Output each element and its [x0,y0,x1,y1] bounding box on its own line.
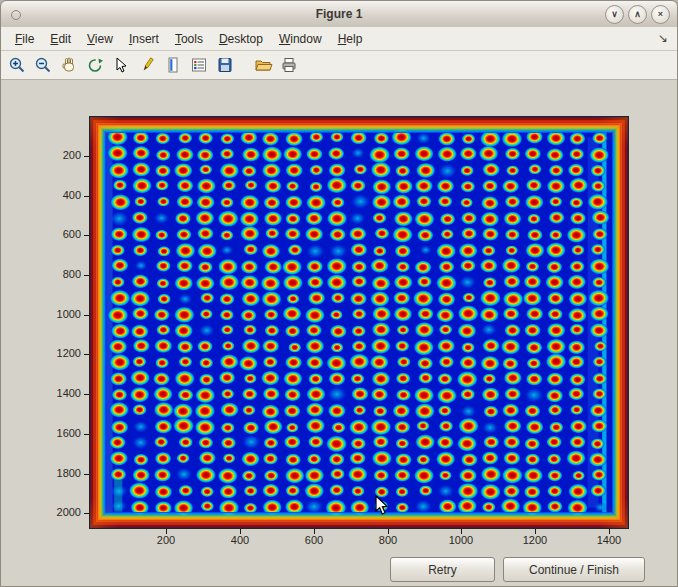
open-button[interactable] [251,53,275,77]
y-tick [84,315,89,316]
continue-finish-button[interactable]: Continue / Finish [503,557,645,582]
y-tick [84,513,89,514]
window-title: Figure 1 [1,7,677,21]
menu-tools[interactable]: Tools [167,29,211,49]
y-tick-label: 1600 [37,427,81,440]
menu-help-label: Help [338,32,363,46]
data-cursor-icon [111,55,131,75]
y-tick-label: 2000 [37,506,81,519]
y-tick [84,275,89,276]
data-cursor-button[interactable] [109,53,133,77]
y-tick-label: 600 [37,228,81,241]
menu-insert-label: Insert [129,32,159,46]
insert-legend-icon [189,55,209,75]
x-tick-label: 600 [289,534,339,546]
y-tick [84,394,89,395]
y-tick-label: 1400 [37,387,81,400]
titlebar[interactable]: Figure 1 ∨ ∧ × [1,1,677,28]
plot-canvas[interactable] [90,117,628,528]
maximize-icon: ∧ [634,10,641,19]
save-button[interactable] [213,53,237,77]
y-tick-label: 400 [37,189,81,202]
y-tick-label: 800 [37,268,81,281]
close-icon: × [658,10,663,19]
rotate-3d-button[interactable] [83,53,107,77]
menu-file-label: File [15,32,34,46]
figure-toolbar [1,51,677,80]
x-tick-label: 200 [141,534,191,546]
print-button[interactable] [277,53,301,77]
x-tick-label: 400 [215,534,265,546]
shade-button[interactable]: ∨ [605,5,624,24]
shade-icon: ∨ [611,10,618,19]
print-icon [279,55,299,75]
dock-figure-icon[interactable]: ↘ [658,31,668,45]
menu-tools-label: Tools [175,32,203,46]
menu-edit[interactable]: Edit [42,29,79,49]
retry-button[interactable]: Retry [390,557,495,582]
insert-colorbar-icon [163,55,183,75]
y-tick-label: 1200 [37,347,81,360]
rotate-3d-icon [85,55,105,75]
zoom-in-icon [7,55,27,75]
x-tick-label: 1400 [584,534,634,546]
brush-button[interactable] [135,53,159,77]
pan-button[interactable] [57,53,81,77]
pan-icon [59,55,79,75]
y-tick [84,196,89,197]
menu-desktop-label: Desktop [219,32,263,46]
menu-view-label: View [87,32,113,46]
y-tick [84,474,89,475]
menu-view[interactable]: View [79,29,121,49]
insert-colorbar-button[interactable] [161,53,185,77]
x-tick-label: 1200 [510,534,560,546]
menu-file[interactable]: File [7,29,42,49]
menu-window-label: Window [279,32,322,46]
zoom-out-button[interactable] [31,53,55,77]
zoom-out-icon [33,55,53,75]
plot-area [89,116,629,529]
y-tick [84,156,89,157]
zoom-in-button[interactable] [5,53,29,77]
y-tick-label: 1800 [37,467,81,480]
y-tick-label: 200 [37,149,81,162]
menubar: File Edit View Insert Tools Desktop Wind… [1,27,677,51]
menu-insert[interactable]: Insert [121,29,167,49]
menu-help[interactable]: Help [330,29,371,49]
y-tick-label: 1000 [37,308,81,321]
brush-icon [137,55,157,75]
y-tick [84,235,89,236]
y-tick [84,354,89,355]
close-button[interactable]: × [651,5,670,24]
x-tick-label: 800 [363,534,413,546]
save-icon [215,55,235,75]
figure-window: Figure 1 ∨ ∧ × File Edit View Insert Too… [0,0,678,587]
menu-edit-label: Edit [50,32,71,46]
insert-legend-button[interactable] [187,53,211,77]
open-folder-icon [253,55,273,75]
menu-desktop[interactable]: Desktop [211,29,271,49]
maximize-button[interactable]: ∧ [628,5,647,24]
y-tick [84,434,89,435]
menu-window[interactable]: Window [271,29,330,49]
window-controls: ∨ ∧ × [605,5,670,24]
x-tick-label: 1000 [436,534,486,546]
